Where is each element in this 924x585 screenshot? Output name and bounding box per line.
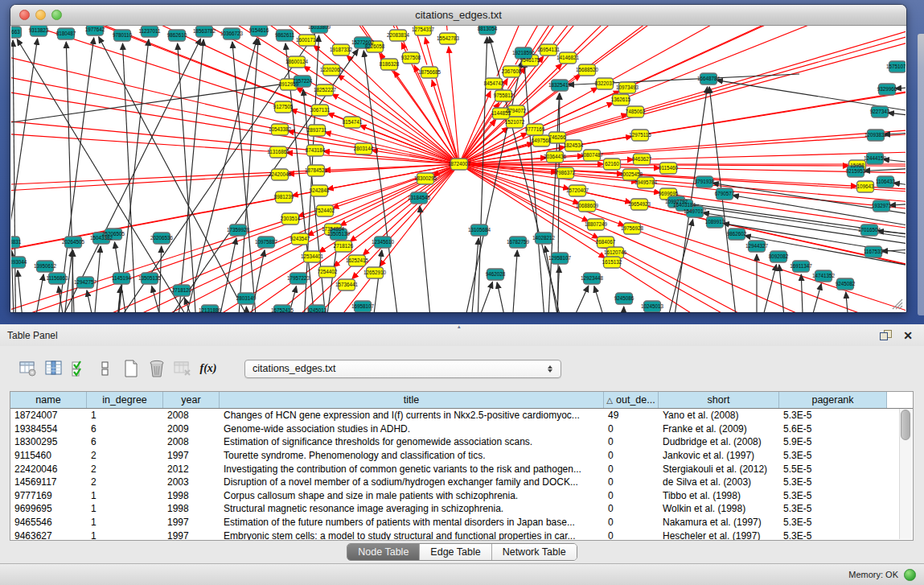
column-header-in-degree[interactable]: in_degree [87,392,163,408]
table-cell[interactable]: 49 [604,410,659,421]
column-header-out-de-[interactable]: △out_de... [604,392,659,408]
table-cell[interactable]: 0 [604,490,659,501]
table-cell[interactable]: Disruption of a novel member of a sodium… [220,476,604,488]
table-cell[interactable]: 2009 [163,423,220,435]
table-cell[interactable]: 5.3E-5 [779,530,887,541]
table-cell[interactable]: Tibbo et al. (1998) [659,490,779,501]
table-cell[interactable]: 5.5E-5 [779,463,887,475]
table-cell[interactable]: Tourette syndrome. Phenomenology and cla… [220,450,604,461]
table-cell[interactable]: 1997 [163,530,220,541]
create-column-button[interactable] [121,358,142,379]
table-cell[interactable]: 6 [87,423,163,435]
table-cell[interactable]: 2003 [163,476,220,488]
table-cell[interactable]: 1 [87,530,163,541]
table-cell[interactable]: 6 [87,436,163,447]
table-cell[interactable]: Estimation of the future numbers of pati… [220,517,604,528]
table-cell[interactable]: 9465546 [10,517,87,528]
table-cell[interactable]: 1998 [163,490,220,501]
row-height-button[interactable] [95,358,116,379]
memory-status-indicator[interactable] [904,569,916,581]
close-panel-icon[interactable]: ✕ [903,330,913,341]
table-cell[interactable]: 1 [87,490,163,501]
table-row[interactable]: 1456911722003Disruption of a novel membe… [10,476,913,489]
table-cell[interactable]: Dudbridge et al. (2008) [659,436,779,447]
table-cell[interactable]: 2012 [163,463,220,475]
table-selector-dropdown[interactable]: citations_edges.txt [244,360,561,378]
table-cell[interactable]: Nakamura et al. (1997) [659,517,779,528]
table-row[interactable]: 1872400712008Changes of HCN gene express… [10,409,913,422]
table-cell[interactable]: Structural magnetic resonance image aver… [220,503,604,514]
table-cell[interactable]: Franke et al. (2009) [659,423,779,435]
table-cell[interactable]: 2008 [163,410,220,421]
scrollbar-thumb[interactable] [901,410,910,440]
table-cell[interactable]: 1 [87,503,163,514]
tab-node-table[interactable]: Node Table [347,544,419,560]
table-cell[interactable]: Estimation of significance thresholds fo… [220,436,604,447]
table-cell[interactable]: Investigating the contribution of common… [220,463,604,475]
table-cell[interactable]: 18300295 [10,436,87,447]
show-columns-button[interactable] [43,358,64,379]
table-row[interactable]: 946554611997Estimation of the future num… [10,516,913,529]
table-cell[interactable]: 0 [604,463,659,475]
table-row[interactable]: 2242004622012Investigating the contribut… [10,462,913,476]
table-cell[interactable]: 9777169 [10,490,87,501]
table-mode-button[interactable] [18,358,39,379]
split-divider-grip[interactable]: ▴ [458,324,467,328]
table-row[interactable]: 1938455462009Genome-wide association stu… [10,422,913,436]
table-cell[interactable]: 5.3E-5 [779,490,887,501]
table-cell[interactable]: 5.3E-5 [779,476,887,488]
table-cell[interactable]: 1 [87,410,163,421]
table-cell[interactable]: 2 [87,476,163,488]
table-cell[interactable]: 0 [604,476,659,488]
float-panel-icon[interactable] [880,330,892,340]
column-header-pagerank[interactable]: pagerank [779,392,887,408]
tab-edge-table[interactable]: Edge Table [419,544,491,560]
table-cell[interactable]: 1997 [163,450,220,461]
table-cell[interactable]: Hescheler et al. (1997) [659,530,779,541]
table-cell[interactable]: 5.3E-5 [779,450,887,461]
table-cell[interactable]: 22420046 [10,463,87,475]
table-cell[interactable]: 5.3E-5 [779,503,887,514]
table-cell[interactable]: 5.6E-5 [779,423,887,435]
table-row[interactable]: 977716911998Corpus callosum shape and si… [10,489,913,503]
table-cell[interactable]: de Silva et al. (2003) [659,476,779,488]
table-cell[interactable]: 0 [604,503,659,514]
column-header-year[interactable]: year [163,392,220,408]
table-cell[interactable]: Changes of HCN gene expression and I(f) … [220,410,604,421]
table-cell[interactable]: 9115460 [10,450,87,461]
table-cell[interactable]: 0 [604,423,659,435]
table-row[interactable]: 1830029562008Estimation of significance … [10,435,913,449]
table-cell[interactable]: 5.3E-5 [779,410,887,421]
table-cell[interactable]: 9463627 [10,530,87,541]
select-columns-button[interactable] [69,358,90,379]
table-cell[interactable]: 2 [87,463,163,475]
column-header-title[interactable]: title [220,392,604,408]
table-cell[interactable]: Embryonic stem cells: a model to study s… [220,530,604,541]
table-cell[interactable]: 1997 [163,517,220,528]
table-row[interactable]: 969969511998Structural magnetic resonanc… [10,502,913,516]
table-cell[interactable]: 2 [87,450,163,461]
table-cell[interactable]: Genome-wide association studies in ADHD. [220,423,604,435]
table-cell[interactable]: Jankovic et al. (1997) [659,450,779,461]
network-window-titlebar[interactable]: citations_edges.txt [10,5,906,26]
delete-columns-button[interactable] [146,358,167,379]
table-cell[interactable]: 0 [604,530,659,541]
table-cell[interactable]: 14569117 [10,476,87,488]
table-cell[interactable]: Stergiakouli et al. (2012) [659,463,779,475]
table-cell[interactable]: Wolkin et al. (1998) [659,503,779,514]
function-builder-button[interactable]: f(x) [198,358,219,379]
resize-grip-icon[interactable] [893,299,902,309]
table-cell[interactable]: 2008 [163,436,220,447]
table-cell[interactable]: 0 [604,450,659,461]
table-row[interactable]: 946362711997Embryonic stem cells: a mode… [10,529,913,541]
table-cell[interactable]: Yano et al. (2008) [659,410,779,421]
table-cell[interactable]: 19384554 [10,423,87,435]
table-cell[interactable]: 5.3E-5 [779,517,887,528]
table-cell[interactable]: 1 [87,517,163,528]
tab-network-table[interactable]: Network Table [491,544,577,560]
network-canvas[interactable]: 1872400718300295191873321220206018252227… [11,26,906,312]
column-header-name[interactable]: name [10,392,87,408]
table-cell[interactable]: 0 [604,517,659,528]
table-cell[interactable]: 5.9E-5 [779,436,887,447]
column-header-short[interactable]: short [659,392,779,408]
